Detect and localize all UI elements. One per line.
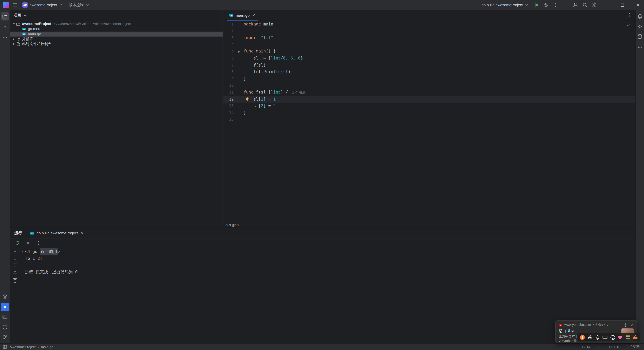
code-line[interactable]: 14} bbox=[223, 109, 636, 116]
editor-tab-options-icon[interactable] bbox=[626, 12, 632, 18]
folded-region[interactable]: 设置调用 bbox=[40, 248, 58, 255]
more-tool-windows-button[interactable] bbox=[1, 34, 9, 42]
code-line[interactable]: 13 sl[2] = 2 bbox=[223, 103, 636, 110]
code-line[interactable]: 12 sl[1] = 1 bbox=[223, 96, 636, 103]
notifications-button[interactable] bbox=[636, 12, 644, 20]
main-menu-button[interactable] bbox=[12, 2, 18, 8]
statusbar-crumb[interactable]: awesomeProject bbox=[10, 345, 36, 349]
problems-tool-button[interactable] bbox=[1, 323, 9, 331]
code-line[interactable]: 3import "fmt" bbox=[223, 34, 636, 41]
ai-assistant-button[interactable] bbox=[636, 22, 644, 30]
run-tool-button[interactable] bbox=[1, 303, 9, 311]
code-line[interactable]: 7 f(sl) bbox=[223, 62, 636, 69]
stop-button[interactable] bbox=[25, 240, 31, 246]
debug-button[interactable] bbox=[544, 2, 549, 8]
minimize-button[interactable] bbox=[601, 0, 613, 10]
rerun-button[interactable] bbox=[14, 240, 20, 246]
notification-close-icon[interactable] bbox=[630, 323, 634, 327]
tree-item[interactable]: ▸外部库 bbox=[10, 36, 222, 41]
console-line[interactable]: 进程 已完成，退出代码为 0 bbox=[21, 269, 636, 276]
chevron-down-icon[interactable] bbox=[23, 13, 27, 17]
editor-tab-main-go[interactable]: GO main.go bbox=[225, 10, 260, 20]
usages-hint[interactable]: 1 个用法 bbox=[292, 90, 306, 94]
editor-body[interactable]: 1package main23import "fmt"45func main()… bbox=[223, 20, 636, 222]
ime-toolbox-icon[interactable] bbox=[632, 334, 638, 340]
ime-skin-icon[interactable] bbox=[617, 334, 623, 340]
chevron-right-icon[interactable]: ▸ bbox=[12, 42, 16, 46]
code-line[interactable]: 9} bbox=[223, 75, 636, 82]
chevron-down-icon[interactable]: ▾ bbox=[12, 22, 16, 26]
code-line[interactable]: 10 bbox=[223, 82, 636, 89]
next-occurrence-button[interactable] bbox=[12, 256, 18, 261]
gutter-slot[interactable] bbox=[234, 50, 244, 54]
layout-icon[interactable] bbox=[2, 345, 8, 349]
line-number: 6 bbox=[223, 55, 234, 62]
indent-widget[interactable]: 4 个空格 bbox=[626, 345, 640, 349]
tree-item[interactable]: ▸临时文件和控制台 bbox=[10, 41, 222, 47]
code-line[interactable]: 15 bbox=[223, 116, 636, 123]
chevron-right-icon[interactable]: ▸ bbox=[12, 37, 16, 41]
intention-bulb-icon[interactable] bbox=[245, 97, 250, 102]
code-line[interactable]: 8 fmt.Println(sl) bbox=[223, 68, 636, 75]
close-button[interactable] bbox=[632, 0, 644, 10]
run-config-selector[interactable]: go build awesomeProject bbox=[480, 2, 530, 8]
maximize-button[interactable] bbox=[616, 0, 628, 10]
code-line[interactable]: 6 sl := []int{6, 6, 6} bbox=[223, 55, 636, 62]
line-separator-widget[interactable]: LF bbox=[598, 345, 602, 349]
code-line[interactable]: 2 bbox=[223, 28, 636, 35]
fold-toggle-icon[interactable]: > bbox=[21, 248, 25, 255]
console-line[interactable] bbox=[21, 262, 636, 269]
ime-apps-grid-icon[interactable] bbox=[625, 334, 631, 340]
clear-all-button[interactable] bbox=[12, 282, 18, 287]
code-token: main bbox=[261, 22, 273, 26]
run-line-icon[interactable] bbox=[237, 50, 241, 54]
notification-settings-icon[interactable] bbox=[624, 323, 628, 327]
vcs-branch-tool-button[interactable] bbox=[1, 333, 9, 341]
line-number: 4 bbox=[223, 41, 234, 48]
ime-lang-mode[interactable]: 英 bbox=[587, 334, 593, 340]
console-line[interactable]: [6 1 2] bbox=[21, 255, 636, 262]
tree-item-label: go.mod bbox=[28, 27, 40, 31]
caret-position-widget[interactable]: 12:14 bbox=[582, 345, 590, 349]
breadcrumb-item[interactable]: f(sl []int) bbox=[226, 223, 239, 227]
search-everywhere-button[interactable] bbox=[582, 2, 588, 8]
encoding-widget[interactable]: UTF-8 bbox=[609, 345, 619, 349]
database-button[interactable] bbox=[636, 32, 644, 40]
endpoints-button[interactable]: </> bbox=[636, 42, 644, 51]
tree-item[interactable]: GOmain.go bbox=[10, 31, 222, 36]
scroll-to-end-button[interactable] bbox=[12, 269, 18, 274]
terminal-tool-button[interactable] bbox=[1, 313, 9, 321]
tree-item[interactable]: GOgo.mod bbox=[10, 26, 222, 31]
ime-emoji-icon[interactable] bbox=[610, 334, 616, 340]
close-tab-icon[interactable] bbox=[80, 231, 84, 235]
run-button[interactable] bbox=[534, 2, 540, 8]
project-tool-button[interactable] bbox=[1, 12, 9, 20]
chevron-up-icon[interactable] bbox=[606, 323, 610, 327]
line-number: 14 bbox=[223, 109, 234, 116]
code-line[interactable]: 1package main bbox=[223, 21, 636, 28]
project-widget[interactable]: AP awesomeProject bbox=[20, 1, 64, 8]
soft-wrap-button[interactable] bbox=[12, 262, 18, 268]
code-line[interactable]: 4 bbox=[223, 41, 636, 48]
ime-keyboard-icon[interactable] bbox=[602, 334, 608, 340]
prev-occurrence-button[interactable] bbox=[12, 250, 18, 255]
services-tool-button[interactable] bbox=[1, 293, 9, 301]
ime-mic-icon[interactable] bbox=[594, 334, 600, 340]
close-tab-icon[interactable] bbox=[252, 13, 256, 17]
more-actions-button[interactable] bbox=[553, 2, 558, 8]
console-line[interactable]: ><4 go 设置调用> bbox=[21, 248, 636, 255]
console-more-button[interactable] bbox=[36, 240, 42, 246]
sogou-logo-icon[interactable]: S bbox=[579, 334, 585, 340]
commit-tool-button[interactable] bbox=[1, 23, 9, 31]
statusbar-crumb[interactable]: main.go bbox=[41, 345, 53, 349]
run-tab[interactable]: GO go build awesomeProject bbox=[30, 231, 84, 236]
tree-item[interactable]: ▾awesomeProjectC:\Users\meowr\GolandProj… bbox=[10, 21, 222, 26]
vcs-widget[interactable]: 版本控制 bbox=[67, 1, 91, 8]
settings-button[interactable] bbox=[592, 2, 597, 8]
code-with-me-button[interactable] bbox=[572, 2, 578, 8]
code-token: ] = bbox=[263, 97, 273, 101]
goland-logo-icon[interactable] bbox=[3, 2, 9, 8]
code-line[interactable]: 5func main() { bbox=[223, 48, 636, 55]
code-line[interactable]: 11func f(sl []int) {1 个用法 bbox=[223, 89, 636, 96]
print-button[interactable] bbox=[12, 275, 18, 281]
